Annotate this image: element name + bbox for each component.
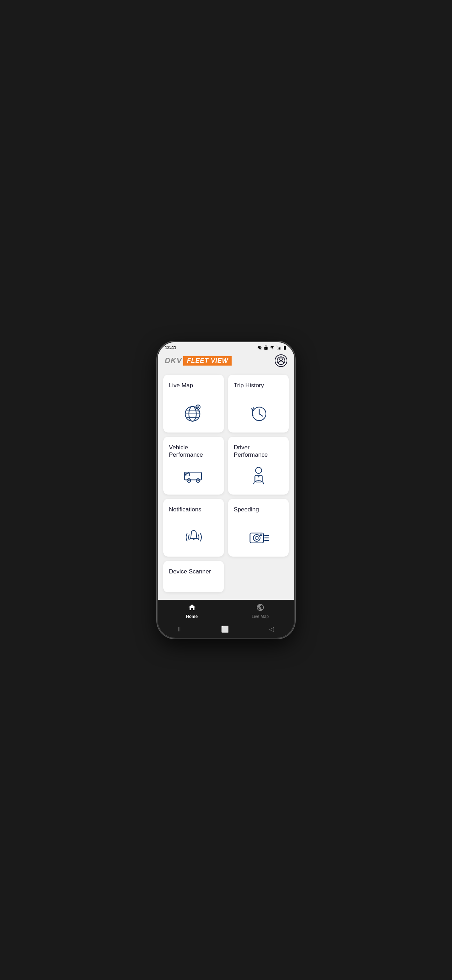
phone-frame: 12:41 — [158, 342, 294, 638]
svg-point-8 — [197, 406, 199, 407]
app-header: DKV FLEET VIEW — [158, 352, 294, 371]
nav-item-home[interactable]: Home — [158, 600, 226, 622]
svg-point-22 — [253, 535, 260, 541]
logo-container: DKV FLEET VIEW — [165, 356, 232, 366]
svg-point-16 — [188, 480, 189, 481]
menu-card-driver-performance[interactable]: Driver Performance — [228, 437, 289, 495]
clock-back-icon — [246, 401, 271, 425]
nav-label-home: Home — [186, 614, 197, 619]
lock-icon — [264, 345, 268, 350]
svg-line-11 — [259, 414, 263, 417]
nav-label-live-map: Live Map — [251, 614, 269, 619]
bell-icon — [181, 525, 206, 550]
menu-card-live-map[interactable]: Live Map — [163, 375, 224, 433]
menu-card-vehicle-performance[interactable]: Vehicle Performance — [163, 437, 224, 495]
wifi-icon — [270, 345, 275, 350]
menu-grid: Live Map — [163, 375, 289, 592]
menu-card-device-scanner[interactable]: Device Scanner — [163, 561, 224, 592]
mute-icon — [257, 345, 262, 350]
speed-camera-icon — [246, 525, 271, 550]
nav-item-live-map[interactable]: Live Map — [226, 600, 294, 622]
svg-point-23 — [255, 536, 258, 539]
card-icon-area-speeding — [234, 522, 283, 550]
signal-icon — [276, 345, 281, 350]
driver-icon — [246, 463, 271, 488]
svg-point-17 — [197, 480, 199, 481]
card-title-live-map: Live Map — [169, 382, 193, 389]
card-icon-area-notifications — [169, 522, 218, 550]
svg-point-24 — [260, 534, 262, 536]
profile-button[interactable] — [275, 354, 287, 367]
globe-pin-icon — [181, 401, 206, 425]
card-icon-area-vehicle-performance — [169, 460, 218, 488]
svg-point-0 — [280, 358, 282, 361]
android-back-btn[interactable]: ◁ — [269, 625, 274, 633]
logo-fleet: FLEET VIEW — [183, 356, 232, 366]
menu-card-speeding[interactable]: Speeding — [228, 499, 289, 557]
content-area[interactable]: Live Map — [158, 371, 294, 600]
status-bar: 12:41 — [158, 342, 294, 352]
status-time: 12:41 — [165, 345, 176, 350]
card-title-driver-performance: Driver Performance — [234, 444, 283, 459]
android-home-btn[interactable]: ⬜ — [221, 625, 229, 633]
globe-nav-icon — [256, 603, 264, 613]
card-icon-area-driver-performance — [234, 460, 283, 488]
phone-screen: 12:41 — [158, 342, 294, 638]
android-nav-bar: ⦀ ⬜ ◁ — [158, 622, 294, 638]
card-icon-area-live-map — [169, 398, 218, 425]
menu-card-notifications[interactable]: Notifications — [163, 499, 224, 557]
svg-point-18 — [255, 467, 262, 474]
menu-card-trip-history[interactable]: Trip History — [228, 375, 289, 433]
card-title-trip-history: Trip History — [234, 382, 264, 389]
home-nav-icon — [188, 603, 196, 613]
profile-icon — [277, 356, 285, 365]
card-title-notifications: Notifications — [169, 506, 202, 513]
android-recent-btn[interactable]: ⦀ — [178, 626, 181, 633]
card-title-device-scanner: Device Scanner — [169, 568, 211, 575]
logo-dkv: DKV — [165, 356, 182, 365]
card-title-speeding: Speeding — [234, 506, 259, 513]
status-icons — [257, 345, 287, 350]
card-title-vehicle-performance: Vehicle Performance — [169, 444, 218, 459]
van-icon — [181, 463, 206, 488]
card-icon-area-trip-history — [234, 398, 283, 425]
bottom-nav: Home Live Map — [158, 600, 294, 622]
battery-icon — [282, 345, 287, 350]
